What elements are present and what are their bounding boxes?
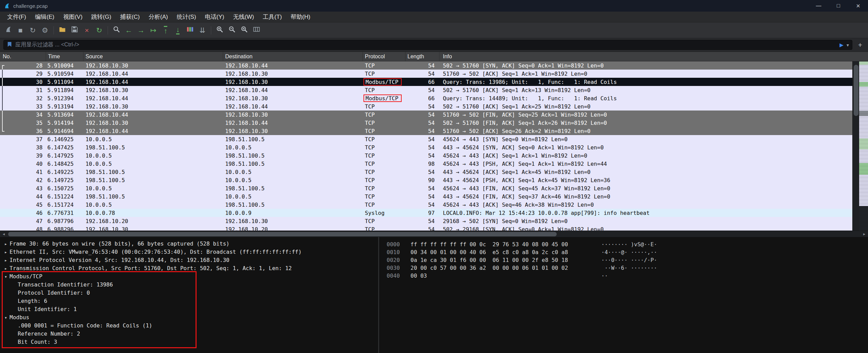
go-last-icon[interactable]: ↓ — [172, 25, 184, 36]
hex-bytes[interactable]: 00 03 — [410, 272, 601, 280]
packet-row[interactable]: 386.147425198.51.100.510.0.0.5TCP54443 →… — [0, 143, 852, 151]
detail-line[interactable]: Protocol Identifier: 0 — [0, 289, 378, 297]
capture-start-icon[interactable] — [2, 25, 14, 36]
detail-line[interactable]: ▾Modbus/TCP — [0, 273, 378, 281]
packet-row[interactable]: 486.988296192.168.10.30192.168.10.20TCP5… — [0, 225, 852, 231]
menu-tools[interactable]: 工具(T) — [259, 12, 286, 22]
packet-row[interactable]: 295.910594192.168.10.44192.168.10.30TCP5… — [0, 70, 852, 78]
detail-line[interactable]: Reference Number: 2 — [0, 330, 378, 338]
reload-file-icon[interactable]: ↻ — [93, 25, 105, 36]
packet-row[interactable]: 345.913694192.168.10.44192.168.10.30TCP5… — [0, 111, 852, 119]
display-filter-input[interactable]: 应用显示过滤器 ... <Ctrl-/> ▶ ▾ — [3, 40, 852, 50]
go-to-packet-icon[interactable]: ↦ — [147, 25, 159, 36]
packet-row[interactable]: 355.914194192.168.10.30192.168.10.44TCP5… — [0, 119, 852, 127]
capture-restart-icon[interactable]: ↻ — [27, 25, 39, 36]
go-back-icon[interactable]: ← — [123, 25, 135, 36]
detail-line[interactable]: .000 0001 = Function Code: Read Coils (1… — [0, 322, 378, 330]
detail-line[interactable]: ▸Ethernet II, Src: VMware_76:53:40 (00:0… — [0, 248, 378, 256]
scroll-right-arrow-icon[interactable]: ▸ — [861, 231, 867, 237]
hex-ascii[interactable]: ···0···· ····/·P· — [601, 257, 657, 263]
packet-row[interactable]: 315.911894192.168.10.30192.168.10.44TCP5… — [0, 86, 852, 94]
detail-line[interactable]: Bit Count: 3 — [0, 338, 378, 346]
detail-line[interactable]: Length: 6 — [0, 297, 378, 305]
close-button[interactable]: × — [848, 0, 868, 12]
packet-row[interactable]: 325.912394192.168.10.44192.168.10.30Modb… — [0, 94, 852, 102]
hex-ascii[interactable]: ········ )vS@··E· — [601, 241, 657, 248]
close-file-icon[interactable]: × — [81, 25, 93, 36]
hex-ascii[interactable]: ·· — [601, 273, 608, 279]
packet-row[interactable]: 466.77673110.0.0.7810.0.0.9Syslog97LOCAL… — [0, 209, 852, 217]
detail-line[interactable]: ▸Transmission Control Protocol, Src Port… — [0, 264, 378, 273]
intelligent-scrollbar-minimap[interactable] — [859, 61, 868, 231]
vertical-scrollbar[interactable] — [852, 61, 859, 231]
menu-help[interactable]: 帮助(H) — [286, 12, 315, 22]
hex-bytes[interactable]: 00 34 00 01 00 00 40 06 e5 c8 c0 a8 0a 2… — [410, 248, 601, 256]
packet-row[interactable]: 446.151224198.51.100.510.0.0.5TCP54443 →… — [0, 192, 852, 201]
filter-apply-icon[interactable]: ▶ — [839, 42, 843, 48]
vertical-scrollbar-thumb[interactable] — [854, 65, 858, 116]
go-forward-icon[interactable]: → — [135, 25, 147, 36]
column-header-info[interactable]: Info — [439, 52, 868, 61]
packet-row[interactable]: 426.149725198.51.100.510.0.0.5TCP90443 →… — [0, 176, 852, 184]
column-header-length[interactable]: Length — [405, 52, 439, 61]
minimize-button[interactable]: — — [809, 0, 828, 12]
capture-options-icon[interactable]: ⚙ — [39, 25, 51, 36]
horizontal-scrollbar-thumb[interactable] — [8, 232, 557, 236]
column-header-time[interactable]: Time — [46, 52, 83, 61]
filter-dropdown-icon[interactable]: ▾ — [847, 42, 849, 48]
packet-row[interactable]: 335.913194192.168.10.30192.168.10.44TCP5… — [0, 102, 852, 111]
column-header-protocol[interactable]: Protocol — [363, 52, 405, 61]
menu-analyze[interactable]: 分析(A) — [144, 12, 172, 22]
hex-ascii[interactable]: ·4····@· ·····,·· — [601, 249, 657, 255]
menu-go[interactable]: 跳转(G) — [87, 12, 116, 22]
expanded-arrow-icon[interactable]: ▾ — [2, 313, 10, 322]
packet-row[interactable]: 436.15072510.0.0.5198.51.100.5TCP5445624… — [0, 184, 852, 192]
expanded-arrow-icon[interactable]: ▾ — [2, 273, 10, 281]
menu-capture[interactable]: 捕获(C) — [116, 12, 144, 22]
menu-view[interactable]: 视图(V) — [59, 12, 87, 22]
menu-wireless[interactable]: 无线(W) — [229, 12, 258, 22]
hex-bytes[interactable]: ff ff ff ff ff ff 00 0c 29 76 53 40 08 0… — [410, 240, 601, 248]
packet-row[interactable]: 396.14792510.0.0.5198.51.100.5TCP5445624… — [0, 151, 852, 160]
resize-columns-icon[interactable] — [250, 25, 263, 36]
collapsed-arrow-icon[interactable]: ▸ — [2, 264, 10, 273]
collapsed-arrow-icon[interactable]: ▸ — [2, 240, 10, 248]
detail-line[interactable]: ▾Modbus — [0, 313, 378, 322]
detail-line[interactable]: Unit Identifier: 1 — [0, 305, 378, 313]
packet-row[interactable]: 456.15172410.0.0.5198.51.100.5TCP5445624… — [0, 201, 852, 209]
hex-ascii[interactable]: ··W··6· ········ — [601, 265, 657, 271]
packet-row[interactable]: 476.987796192.168.10.20192.168.10.30TCP5… — [0, 217, 852, 225]
detail-line[interactable]: ▸Internet Protocol Version 4, Src: 192.1… — [0, 256, 378, 264]
packet-row-selected[interactable]: 305.911094192.168.10.44192.168.10.30Modb… — [0, 78, 852, 86]
column-header-source[interactable]: Source — [83, 52, 223, 61]
filter-add-button[interactable]: + — [856, 41, 865, 49]
menu-telephony[interactable]: 电话(Y) — [201, 12, 229, 22]
detail-line[interactable]: Transaction Identifier: 13986 — [0, 281, 378, 289]
colorize-icon[interactable] — [184, 25, 196, 36]
save-file-icon[interactable] — [68, 25, 81, 36]
hex-bytes[interactable]: 0a 1e ca 30 01 f6 00 00 06 11 00 00 2f e… — [410, 256, 601, 264]
filter-bookmark-icon[interactable] — [7, 41, 12, 49]
hex-bytes[interactable]: 20 00 c0 57 00 00 36 a2 00 00 00 06 01 0… — [410, 264, 601, 272]
packet-row[interactable]: 365.914694192.168.10.44192.168.10.30TCP5… — [0, 127, 852, 135]
column-header-no[interactable]: No. — [0, 52, 46, 61]
packet-row[interactable]: 376.14692510.0.0.5198.51.100.5TCP5445624… — [0, 135, 852, 143]
menu-file[interactable]: 文件(F) — [3, 12, 31, 22]
packet-row[interactable]: 416.149225198.51.100.510.0.0.5TCP54443 →… — [0, 168, 852, 176]
zoom-in-icon[interactable] — [214, 25, 226, 36]
detail-line[interactable]: ▸Frame 30: 66 bytes on wire (528 bits), … — [0, 240, 378, 248]
menu-statistics[interactable]: 统计(S) — [172, 12, 201, 22]
go-first-icon[interactable]: ↑ — [159, 25, 172, 36]
zoom-out-icon[interactable] — [226, 25, 238, 36]
collapsed-arrow-icon[interactable]: ▸ — [2, 248, 10, 256]
horizontal-scrollbar[interactable]: ◂ ▸ — [0, 231, 868, 237]
menu-edit[interactable]: 编辑(E) — [31, 12, 59, 22]
packet-row[interactable]: 285.910094192.168.10.30192.168.10.44TCP5… — [0, 61, 852, 70]
auto-scroll-icon[interactable]: ⇊ — [196, 25, 208, 36]
maximize-button[interactable]: □ — [828, 0, 848, 12]
open-file-icon[interactable] — [56, 25, 68, 36]
scroll-left-arrow-icon[interactable]: ◂ — [1, 231, 7, 237]
collapsed-arrow-icon[interactable]: ▸ — [2, 256, 10, 264]
find-packet-icon[interactable] — [110, 25, 123, 36]
zoom-reset-icon[interactable] — [238, 25, 250, 36]
